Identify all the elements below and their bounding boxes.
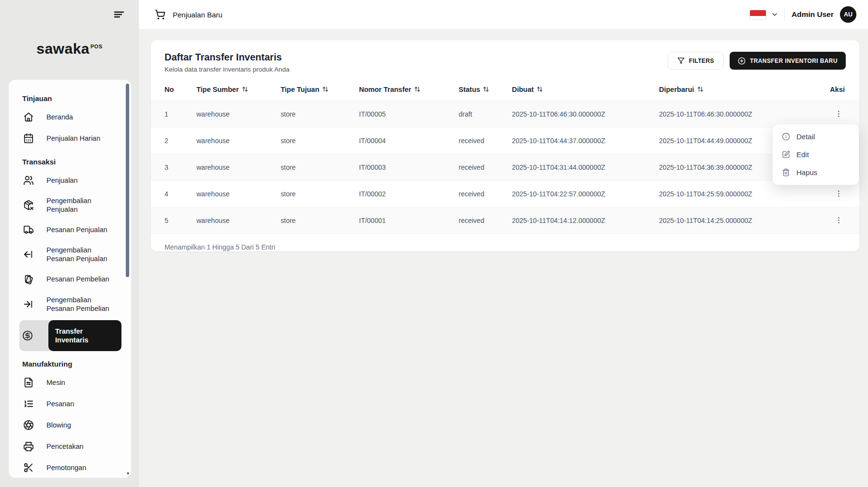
sidebar-item-label: Penjualan Harian (46, 134, 124, 143)
arrow-left-to-line-icon (23, 249, 34, 260)
cell-source: warehouse (196, 101, 281, 128)
sidebar-item-blowing[interactable]: Blowing (22, 414, 125, 436)
sidebar-item-transfer-inventaris[interactable]: Transfer Inventaris (19, 320, 121, 351)
row-actions-button[interactable] (831, 109, 847, 119)
section-title-tinjauan: Tinjauan (22, 94, 125, 103)
menu-item-label: Detail (796, 133, 815, 141)
home-icon (23, 112, 34, 122)
section-title-transaksi: Transaksi (22, 158, 125, 166)
col-header-tipe-sumber[interactable]: Tipe Sumber (196, 78, 281, 101)
cell-status: draft (459, 101, 512, 128)
menu-item-label: Hapus (796, 168, 817, 177)
scissors-icon (23, 462, 34, 473)
cell-source: warehouse (196, 154, 281, 181)
list-ordered-icon (23, 398, 34, 409)
topbar-divider (784, 8, 785, 21)
sidebar-item-label: Pesanan (46, 399, 124, 408)
plus-circle-icon (738, 57, 746, 65)
sidebar-item-pemotongan[interactable]: Pemotongan (22, 457, 125, 478)
sidebar-item-mesin[interactable]: Mesin (22, 372, 125, 393)
sidebar-scrollbar-thumb[interactable] (126, 84, 129, 277)
cell-number: IT/00001 (359, 207, 459, 234)
table-summary: Menampilkan 1 Hingga 5 Dari 5 Entri (151, 234, 859, 260)
sidebar-item-penjualan[interactable]: Penjualan (22, 170, 125, 191)
topnav-label: Penjualan Baru (173, 11, 223, 19)
cell-no: 1 (151, 101, 196, 128)
card-header: Daftar Transfer Inventaris Kelola data t… (151, 40, 859, 78)
col-header-diperbarui[interactable]: Diperbarui (659, 78, 823, 101)
col-header-nomor-transfer[interactable]: Nomor Transfer (359, 78, 459, 101)
table-row: 3 warehouse store IT/00003 received 2025… (151, 154, 859, 181)
sidebar-item-label: Pesanan Pembelian (46, 275, 124, 283)
sidebar-item-label: Beranda (46, 113, 124, 121)
sidebar-item-label: Pemotongan (46, 463, 124, 472)
sidebar-item-label: Blowing (46, 421, 124, 429)
sort-icon (414, 86, 420, 92)
sidebar-item-pengembalian-pesanan-pembelian[interactable]: Pengembalian Pesanan Pembelian (22, 290, 125, 318)
sidebar-item-pesanan-pembelian[interactable]: Pesanan Pembelian (22, 269, 125, 290)
menu-item-edit[interactable]: Edit (773, 146, 859, 163)
cell-number: IT/00005 (359, 101, 459, 128)
table-row: 1 warehouse store IT/00005 draft 2025-10… (151, 101, 859, 128)
sidebar-item-label: Pencetakan (46, 442, 124, 451)
content: Daftar Transfer Inventaris Kelola data t… (139, 29, 868, 487)
menu-item-detail[interactable]: Detail (773, 128, 859, 146)
row-action-menu: Detail Edit Hapus (772, 124, 859, 185)
cell-no: 3 (151, 154, 196, 181)
sidebar-nav: Tinjauan Beranda Penjualan Harian Transa… (9, 80, 131, 478)
brand-logo: sawakaPOS (0, 41, 139, 57)
sidebar-item-pengembalian-pesanan-penjualan[interactable]: Pengembalian Pesanan Penjualan (22, 240, 125, 268)
arrow-right-to-line-icon (23, 299, 34, 310)
user-menu[interactable]: Admin User AU (792, 6, 856, 23)
funnel-icon (677, 57, 685, 64)
flag-red-stripe (750, 10, 766, 16)
sidebar-item-label: Transfer Inventaris (48, 320, 121, 351)
purchase-order-icon (23, 274, 34, 285)
row-actions-button[interactable] (831, 189, 847, 199)
printer-icon (23, 441, 34, 452)
col-header-status[interactable]: Status (459, 78, 512, 101)
sidebar-item-label: Mesin (46, 378, 124, 387)
cell-dest: store (281, 128, 359, 154)
menu-item-hapus[interactable]: Hapus (773, 163, 859, 181)
sidebar-item-label: Pesanan Penjualan (46, 225, 124, 234)
section-title-manufakturing: Manufakturing (22, 360, 125, 368)
hamburger-icon (113, 9, 125, 20)
cell-number: IT/00004 (359, 128, 459, 154)
sidebar-toggle-button[interactable] (111, 7, 127, 22)
col-header-dibuat[interactable]: Dibuat (512, 78, 659, 101)
topnav-penjualan-baru[interactable]: Penjualan Baru (155, 9, 223, 20)
sidebar-item-pesanan-manufaktur[interactable]: Pesanan (22, 393, 125, 414)
brand-suffix: POS (90, 44, 103, 49)
sort-icon (322, 86, 329, 92)
chevron-down-icon[interactable] (771, 11, 778, 18)
table-row: 5 warehouse store IT/00001 received 2025… (151, 207, 859, 234)
sidebar-item-pencetakan[interactable]: Pencetakan (22, 436, 125, 457)
language-flag[interactable] (749, 10, 766, 20)
cell-dest: store (281, 207, 359, 234)
sidebar-item-penjualan-harian[interactable]: Penjualan Harian (22, 128, 125, 149)
users-icon (23, 175, 34, 186)
cell-dest: store (281, 101, 359, 128)
cell-status: received (459, 207, 512, 234)
sort-icon (697, 86, 703, 92)
sidebar-item-pesanan-penjualan[interactable]: Pesanan Penjualan (22, 219, 125, 240)
file-sliders-icon (23, 377, 34, 388)
flag-white-stripe (750, 16, 766, 19)
edit-icon (782, 150, 790, 159)
sidebar-item-beranda[interactable]: Beranda (22, 106, 125, 128)
new-transfer-button[interactable]: TRANSFER INVENTORI BARU (730, 52, 846, 70)
filters-button[interactable]: FILTERS (668, 52, 724, 70)
app-root: sawakaPOS Tinjauan Beranda Penjualan Har… (0, 0, 868, 487)
row-actions-button[interactable] (831, 215, 847, 225)
sort-icon (537, 86, 543, 92)
user-name: Admin User (792, 10, 834, 19)
cell-status: received (459, 154, 512, 181)
col-header-tipe-tujuan[interactable]: Tipe Tujuan (281, 78, 359, 101)
sidebar-item-pengembalian-penjualan[interactable]: Pengembalian Penjualan (22, 191, 125, 219)
sort-icon (242, 86, 248, 92)
sidebar-scroll-down-icon[interactable]: ▾ (127, 471, 129, 476)
cell-created: 2025-10-11T06:46:30.000000Z (512, 101, 659, 128)
filters-button-label: FILTERS (689, 58, 714, 64)
cell-created: 2025-10-11T04:31:44.000000Z (512, 154, 659, 181)
